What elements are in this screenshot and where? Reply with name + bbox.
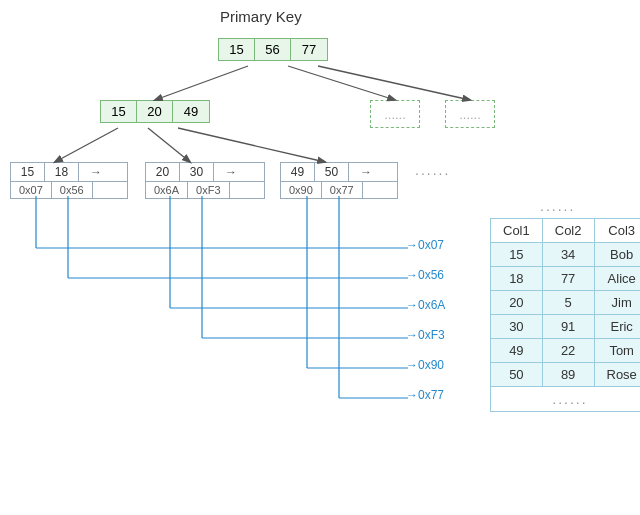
leaf1-ptr1: 0xF3 — [188, 182, 229, 198]
table-cell-3-2: Eric — [594, 315, 640, 339]
table-row: 4922Tom — [491, 339, 641, 363]
svg-line-1 — [288, 66, 395, 100]
table-cell-2-0: 20 — [491, 291, 543, 315]
leaf2-arrow: → — [349, 163, 383, 181]
l2-cell-1: 20 — [137, 101, 173, 122]
ptr-label-0: →0x07 — [406, 238, 444, 252]
table-row: 205Jim — [491, 291, 641, 315]
leaf1-arrow2 — [230, 182, 264, 198]
dashed-box-0: ...... — [370, 100, 420, 128]
table-row: 5089Rose — [491, 363, 641, 387]
table-cell-5-2: Rose — [594, 363, 640, 387]
leaf2-key0: 49 — [281, 163, 315, 181]
root-node: 15 56 77 — [218, 38, 328, 61]
table-cell-4-2: Tom — [594, 339, 640, 363]
dots-above-table: ...... — [540, 198, 575, 214]
svg-line-5 — [178, 128, 325, 162]
leaf0-ptr0: 0x07 — [11, 182, 52, 198]
table-cell-2-2: Jim — [594, 291, 640, 315]
l2-cell-0: 15 — [101, 101, 137, 122]
table-cell-0-2: Bob — [594, 243, 640, 267]
ptr-label-2: →0x6A — [406, 298, 445, 312]
table-cell-0-0: 15 — [491, 243, 543, 267]
table-footer-row: ...... — [491, 387, 641, 412]
leaf0-arrow: → — [79, 163, 113, 181]
table-cell-1-0: 18 — [491, 267, 543, 291]
ptr-label-3: →0xF3 — [406, 328, 445, 342]
level2-node-0: 15 20 49 — [100, 100, 210, 123]
leaf2-ptr0: 0x90 — [281, 182, 322, 198]
col-header-0: Col1 — [491, 219, 543, 243]
svg-line-3 — [55, 128, 118, 162]
page-title: Primary Key — [220, 8, 302, 25]
ptr-label-5: →0x77 — [406, 388, 444, 402]
table-cell-1-2: Alice — [594, 267, 640, 291]
leaf1-key1: 30 — [180, 163, 214, 181]
table-cell-4-0: 49 — [491, 339, 543, 363]
table-row: 3091Eric — [491, 315, 641, 339]
leaf2-key1: 50 — [315, 163, 349, 181]
table-cell-4-1: 22 — [542, 339, 594, 363]
leaf1-key0: 20 — [146, 163, 180, 181]
table-cell-5-0: 50 — [491, 363, 543, 387]
table-footer-cell: ...... — [491, 387, 641, 412]
table-cell-5-1: 89 — [542, 363, 594, 387]
root-cell-0: 15 — [219, 39, 255, 60]
table-cell-1-1: 77 — [542, 267, 594, 291]
table-cell-2-1: 5 — [542, 291, 594, 315]
leaf-node-0: 15 18 → 0x07 0x56 — [10, 162, 128, 199]
ptr-label-4: →0x90 — [406, 358, 444, 372]
leaf0-key0: 15 — [11, 163, 45, 181]
data-table: Col1 Col2 Col3 1534Bob1877Alice205Jim309… — [490, 218, 640, 412]
l2-cell-2: 49 — [173, 101, 209, 122]
diagram-container: Primary Key 15 56 77 15 20 49 ...... ...… — [0, 0, 640, 515]
col-header-1: Col2 — [542, 219, 594, 243]
leaf1-arrow: → — [214, 163, 248, 181]
table-row: 1877Alice — [491, 267, 641, 291]
leaf1-ptr0: 0x6A — [146, 182, 188, 198]
table-cell-3-0: 30 — [491, 315, 543, 339]
leaf0-key1: 18 — [45, 163, 79, 181]
leaf2-arrow2 — [363, 182, 397, 198]
svg-line-4 — [148, 128, 190, 162]
table-cell-0-1: 34 — [542, 243, 594, 267]
leaf0-arrow2 — [93, 182, 127, 198]
dots-right: ...... — [415, 162, 450, 178]
ptr-label-1: →0x56 — [406, 268, 444, 282]
table-cell-3-1: 91 — [542, 315, 594, 339]
svg-line-0 — [155, 66, 248, 100]
svg-line-2 — [318, 66, 470, 100]
leaf0-ptr1: 0x56 — [52, 182, 93, 198]
leaf2-ptr1: 0x77 — [322, 182, 363, 198]
root-cell-2: 77 — [291, 39, 327, 60]
leaf-node-2: 49 50 → 0x90 0x77 — [280, 162, 398, 199]
leaf-node-1: 20 30 → 0x6A 0xF3 — [145, 162, 265, 199]
root-cell-1: 56 — [255, 39, 291, 60]
table-row: 1534Bob — [491, 243, 641, 267]
dashed-box-1: ...... — [445, 100, 495, 128]
col-header-2: Col3 — [594, 219, 640, 243]
